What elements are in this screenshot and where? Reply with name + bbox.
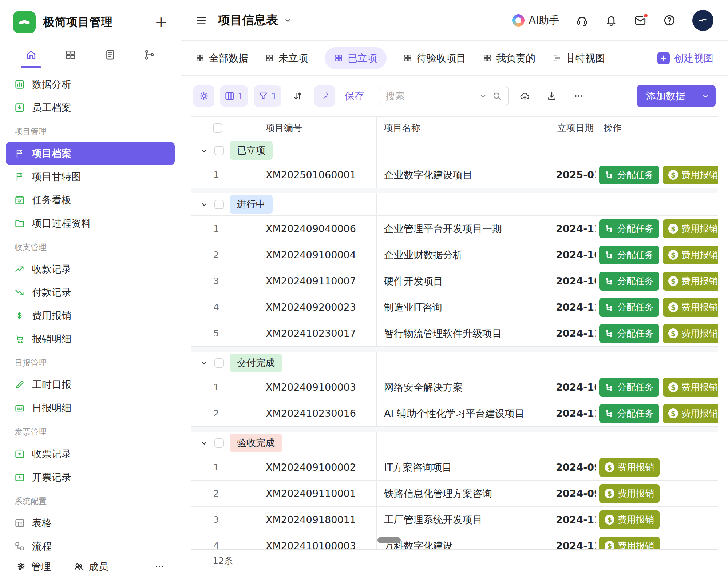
view-tab[interactable]: 我负责的 bbox=[483, 52, 535, 65]
project-date-cell[interactable]: 2025-01 bbox=[550, 162, 596, 188]
view-tab[interactable]: 未立项 bbox=[265, 52, 308, 65]
assign-task-button[interactable]: 分配任务 bbox=[599, 166, 659, 184]
horizontal-scrollbar-thumb[interactable] bbox=[377, 537, 401, 543]
sidebar-item[interactable]: 项目过程资料 bbox=[6, 212, 175, 235]
project-date-cell[interactable]: 2024-11 bbox=[550, 400, 596, 426]
expense-button[interactable]: $费用报销 bbox=[663, 298, 718, 317]
project-name-cell[interactable]: 制造业IT咨询 bbox=[377, 294, 550, 320]
project-date-cell[interactable]: 2024-11 bbox=[550, 216, 596, 242]
project-id-cell[interactable]: XM202409100004 bbox=[258, 242, 377, 268]
column-header-project-name[interactable]: 项目名称 bbox=[377, 117, 550, 139]
sidebar-item[interactable]: 项目档案 bbox=[6, 142, 175, 165]
hamburger-menu-icon[interactable] bbox=[195, 15, 207, 26]
sidebar-item[interactable]: 费用报销 bbox=[6, 304, 175, 327]
sidebar-more-button[interactable] bbox=[154, 562, 165, 572]
table-row[interactable]: 1XM202501060001企业数字化建设项目2025-01分配任务$费用报销 bbox=[191, 162, 718, 188]
sort-button[interactable] bbox=[287, 85, 308, 107]
members-button[interactable]: 成员 bbox=[74, 560, 108, 573]
column-header-date[interactable]: 立项日期 bbox=[550, 117, 596, 139]
group-checkbox[interactable] bbox=[214, 146, 224, 155]
table-row[interactable]: 1XM202409040006企业管理平台开发项目一期2024-11分配任务$费… bbox=[191, 216, 718, 242]
help-icon[interactable] bbox=[663, 14, 676, 27]
project-date-cell[interactable]: 2024-10 bbox=[550, 374, 596, 400]
inbox-mail-icon[interactable] bbox=[634, 14, 646, 27]
download-button[interactable] bbox=[541, 85, 562, 107]
field-config-button[interactable]: 1 bbox=[220, 85, 248, 107]
expense-button[interactable]: $费用报销 bbox=[663, 166, 718, 184]
assign-task-button[interactable]: 分配任务 bbox=[599, 324, 659, 343]
more-actions-button[interactable] bbox=[568, 85, 589, 107]
select-all-checkbox[interactable] bbox=[213, 123, 222, 133]
project-name-cell[interactable]: 企业业财数据分析 bbox=[377, 242, 550, 268]
assign-task-button[interactable]: 分配任务 bbox=[599, 219, 659, 238]
assign-task-button[interactable]: 分配任务 bbox=[599, 378, 659, 397]
project-id-cell[interactable]: XM202409200023 bbox=[258, 294, 377, 320]
project-id-cell[interactable]: XM202409100003 bbox=[258, 374, 377, 400]
sidebar-item[interactable]: 表格 bbox=[6, 511, 175, 535]
sidebar-item[interactable]: 项目甘特图 bbox=[6, 165, 175, 188]
add-data-dropdown[interactable] bbox=[695, 92, 716, 100]
group-collapse-icon[interactable] bbox=[200, 439, 209, 447]
sidebar-item[interactable]: 数据分析 bbox=[6, 73, 175, 96]
assign-task-button[interactable]: 分配任务 bbox=[599, 272, 659, 291]
project-name-cell[interactable]: 工厂管理系统开发项目 bbox=[377, 507, 550, 533]
upload-button[interactable] bbox=[514, 85, 535, 107]
table-row[interactable]: 5XM202410230017智行物流管理软件升级项目2024-11分配任务$费… bbox=[191, 320, 718, 347]
sidebar-item[interactable]: 任务看板 bbox=[6, 188, 175, 212]
project-id-cell[interactable]: XM202409100002 bbox=[258, 454, 377, 480]
project-date-cell[interactable]: 2024-11 bbox=[550, 294, 596, 320]
project-date-cell[interactable]: 2024-10 bbox=[550, 242, 596, 268]
project-name-cell[interactable]: IT方案咨询项目 bbox=[377, 454, 550, 480]
table-row[interactable]: 2XM202409110001铁路信息化管理方案咨询2024-09$费用报销 bbox=[191, 481, 718, 507]
view-tab[interactable]: 全部数据 bbox=[195, 52, 248, 65]
save-button[interactable]: 保存 bbox=[345, 89, 364, 103]
project-id-cell[interactable]: XM202409180011 bbox=[258, 507, 377, 533]
project-name-cell[interactable]: 网络安全解决方案 bbox=[377, 374, 550, 400]
group-checkbox[interactable] bbox=[214, 358, 224, 368]
sidebar-item[interactable]: 工时日报 bbox=[6, 373, 175, 396]
sidebar-item[interactable]: 报销明细 bbox=[6, 327, 175, 351]
sidebar-item[interactable]: 收票记录 bbox=[6, 442, 175, 466]
settings-gear-button[interactable] bbox=[193, 85, 214, 107]
project-date-cell[interactable]: 2024-11 bbox=[550, 507, 596, 533]
project-name-cell[interactable]: 铁路信息化管理方案咨询 bbox=[377, 481, 550, 506]
expense-button[interactable]: $费用报销 bbox=[663, 404, 718, 423]
sidebar-item[interactable]: 收款记录 bbox=[6, 258, 175, 281]
sidebar-item[interactable]: 开票记录 bbox=[6, 466, 175, 489]
sidebar-tab[interactable] bbox=[138, 41, 162, 68]
expense-button[interactable]: $费用报销 bbox=[663, 378, 718, 397]
project-name-cell[interactable]: 万科数字化建设 bbox=[377, 533, 550, 549]
sidebar-tab[interactable] bbox=[19, 41, 43, 68]
project-date-cell[interactable]: 2024-11 bbox=[550, 320, 596, 346]
project-id-cell[interactable]: XM202410100003 bbox=[258, 533, 377, 549]
table-row[interactable]: 4XM202409200023制造业IT咨询2024-11分配任务$费用报销 bbox=[191, 294, 718, 320]
manage-button[interactable]: 管理 bbox=[16, 560, 51, 573]
table-row[interactable]: 2XM202410230016AI 辅助个性化学习平台建设项目2024-11分配… bbox=[191, 400, 718, 427]
search-input[interactable] bbox=[386, 91, 474, 101]
assign-task-button[interactable]: 分配任务 bbox=[599, 404, 659, 423]
ai-assistant-button[interactable]: AI助手 bbox=[512, 13, 559, 27]
support-headset-icon[interactable] bbox=[576, 14, 588, 27]
project-name-cell[interactable]: 企业管理平台开发项目一期 bbox=[377, 216, 550, 242]
view-tab[interactable]: 待验收项目 bbox=[403, 52, 466, 65]
group-collapse-icon[interactable] bbox=[200, 359, 209, 367]
project-id-cell[interactable]: XM202410230017 bbox=[258, 320, 377, 346]
sidebar-item[interactable]: 日报明细 bbox=[6, 396, 175, 420]
project-id-cell[interactable]: XM202409110007 bbox=[258, 268, 377, 294]
project-id-cell[interactable]: XM202409040006 bbox=[258, 216, 377, 242]
table-row[interactable]: 3XM202409180011工厂管理系统开发项目2024-11$费用报销 bbox=[191, 507, 718, 533]
table-row[interactable]: 1XM202409100002IT方案咨询项目2024-09$费用报销 bbox=[191, 454, 718, 481]
project-date-cell[interactable]: 2024-11 bbox=[550, 533, 596, 549]
sidebar-item[interactable]: 付款记录 bbox=[6, 281, 175, 304]
sidebar-item[interactable]: 流程 bbox=[6, 535, 175, 551]
project-id-cell[interactable]: XM202409110001 bbox=[258, 481, 377, 506]
group-checkbox[interactable] bbox=[214, 200, 224, 209]
expense-button[interactable]: $费用报销 bbox=[599, 537, 660, 550]
expense-button[interactable]: $费用报销 bbox=[599, 510, 660, 529]
expense-button[interactable]: $费用报销 bbox=[663, 219, 718, 238]
expense-button[interactable]: $费用报销 bbox=[599, 458, 660, 477]
search-icon[interactable] bbox=[492, 91, 502, 101]
group-checkbox[interactable] bbox=[214, 438, 224, 448]
project-name-cell[interactable]: 企业数字化建设项目 bbox=[377, 162, 550, 188]
sidebar-item[interactable]: 员工档案 bbox=[6, 96, 175, 119]
